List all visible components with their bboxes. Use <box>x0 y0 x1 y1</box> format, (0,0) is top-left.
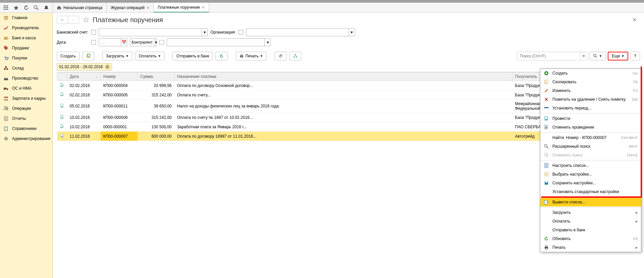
svg-rect-19 <box>4 88 6 89</box>
search-icon[interactable] <box>34 5 39 10</box>
sidebar-item-7[interactable]: ОС и НМА <box>0 83 52 93</box>
refresh-button[interactable] <box>215 52 228 60</box>
sidebar-item-0[interactable]: Главное <box>0 13 52 23</box>
menu-item[interactable]: ИзменитьF2 <box>540 86 641 95</box>
load-button[interactable]: Загрузить ▼ <box>102 52 133 60</box>
blank-icon <box>544 135 549 140</box>
date-input[interactable]: . . .📅 <box>99 38 127 46</box>
sidebar-item-3[interactable]: Продажи <box>0 43 52 53</box>
chevron-down-icon[interactable]: ▾ <box>155 39 157 46</box>
col-date[interactable]: Дата <box>67 73 101 81</box>
svg-point-13 <box>5 47 5 47</box>
forward-button[interactable]: → <box>68 16 79 24</box>
clear-icon[interactable]: × <box>580 52 587 60</box>
sidebar-item-12[interactable]: Администрирование <box>0 134 52 144</box>
organization-input[interactable]: ▾ <box>246 28 355 36</box>
sidebar-item-8[interactable]: Зарплата и кадры <box>0 93 52 103</box>
create-button[interactable]: Создать <box>57 52 80 60</box>
copy-button[interactable] <box>82 52 94 60</box>
sidebar-item-1[interactable]: Руководителю <box>0 23 52 33</box>
chevron-down-icon[interactable]: ▾ <box>349 29 355 36</box>
svg-rect-46 <box>546 80 548 83</box>
plus-icon <box>544 71 549 76</box>
document-status-icon <box>60 124 64 129</box>
bank-account-input[interactable]: ▾ <box>99 28 208 36</box>
date-filter-tag[interactable]: 01.02.2016 - 28.02.2016 × <box>57 63 112 71</box>
menu-item[interactable]: Отменить проведение <box>540 123 641 132</box>
cfg-icon <box>544 163 549 168</box>
sidebar-item-10[interactable]: Отчеты <box>0 113 52 124</box>
sidebar-item-label: Справочники <box>12 126 37 131</box>
menu-item[interactable]: Вывести список... <box>540 198 641 206</box>
menu-item-label: Установить период... <box>552 106 591 110</box>
bell-icon[interactable] <box>44 5 49 10</box>
col-sum[interactable]: Сумма <box>138 73 175 81</box>
sidebar-item-5[interactable]: Склад <box>0 63 52 73</box>
tab-home[interactable]: Начальная страница <box>53 3 107 12</box>
sidebar-item-2[interactable]: Банк и касса <box>0 33 52 43</box>
menu-item[interactable]: Печать▸ <box>540 243 641 252</box>
send-button[interactable]: Отправить в банк <box>172 52 213 60</box>
tab-payments[interactable]: Платежные поручения × <box>154 3 209 12</box>
apps-icon[interactable] <box>3 5 9 10</box>
remove-filter-icon[interactable]: × <box>105 64 110 69</box>
chevron-down-icon[interactable]: ▾ <box>264 39 270 46</box>
menu-item[interactable]: Пометить на удаление / Снять пометкуDel <box>540 95 641 104</box>
menu-item[interactable]: Установить стандартные настройки <box>540 187 641 196</box>
sidebar-item-label: ОС и НМА <box>12 86 32 91</box>
chevron-down-icon[interactable]: ▾ <box>201 29 207 36</box>
star-icon[interactable] <box>13 5 19 10</box>
attach-button[interactable] <box>275 52 287 60</box>
bank-account-checkbox[interactable] <box>91 30 96 35</box>
blank-icon <box>544 189 549 194</box>
menu-item[interactable]: Оплатить▸ <box>540 217 641 226</box>
counterparty-input[interactable]: ▾ <box>167 38 271 46</box>
close-icon[interactable]: × <box>147 5 149 10</box>
print-button[interactable]: Печать ▼ <box>236 52 266 60</box>
menu-item[interactable]: Установить период... <box>540 104 641 112</box>
date-label: Дата: <box>57 40 89 45</box>
menu-item[interactable]: Сохранить настройки... <box>540 179 641 187</box>
menu-item[interactable]: ОбновитьF5 <box>540 234 641 243</box>
menu-item[interactable]: СоздатьIns <box>540 69 641 78</box>
menu-item[interactable]: Найти: Номер - КП00-000007Ctrl+Alt+F <box>540 133 641 142</box>
chevron-right-icon: ▸ <box>636 245 638 250</box>
close-icon[interactable]: × <box>202 5 205 10</box>
document-status-icon <box>60 83 64 87</box>
more-button[interactable]: Еще ▼ <box>608 52 628 60</box>
search-button[interactable]: ▼ <box>589 52 606 60</box>
menu-item[interactable]: Провести <box>540 114 641 123</box>
sidebar-item-11[interactable]: Справочники <box>0 124 52 134</box>
menu-item-label: Оплатить <box>552 219 570 224</box>
history-icon[interactable] <box>23 5 29 10</box>
menu-item[interactable]: Загрузить▸ <box>540 208 641 217</box>
sidebar-item-4[interactable]: Покупки <box>0 53 52 63</box>
menu-item[interactable]: Расширенный поискAlt+F <box>540 142 641 151</box>
tag-icon <box>3 45 9 51</box>
structure-button[interactable] <box>289 52 301 60</box>
calendar-icon[interactable]: 📅 <box>121 39 127 46</box>
col-purpose[interactable]: Назначение платежа <box>175 73 512 81</box>
menu-item[interactable]: Настроить список... <box>540 161 641 170</box>
organization-checkbox[interactable] <box>239 30 243 35</box>
svg-rect-31 <box>241 54 243 56</box>
back-button[interactable]: ← <box>57 16 68 24</box>
counterparty-checkbox[interactable] <box>159 40 164 45</box>
sidebar-item-6[interactable]: Производство <box>0 73 52 83</box>
sidebar-item-9[interactable]: ДтКтОперации <box>0 103 52 113</box>
close-page-button[interactable]: × <box>629 15 640 24</box>
menu-shortcut: F2 <box>633 89 638 93</box>
date-checkbox[interactable] <box>91 40 96 45</box>
menu-item[interactable]: СкопироватьF9 <box>540 78 641 86</box>
col-number[interactable]: Номер <box>101 73 138 81</box>
svg-rect-4 <box>5 7 6 8</box>
favorite-icon[interactable] <box>83 16 89 23</box>
menu-item[interactable]: Отправить в банк <box>540 226 641 234</box>
svg-line-37 <box>596 56 597 58</box>
pay-button[interactable]: Оплатить ▼ <box>135 52 164 60</box>
menu-item[interactable]: Выбрать настройки... <box>540 170 641 179</box>
help-button[interactable]: ? <box>630 52 640 60</box>
sidebar-item-label: Продажи <box>12 46 29 50</box>
search-input[interactable]: × <box>517 52 587 60</box>
tab-journal[interactable]: Журнал операций × <box>107 3 154 12</box>
